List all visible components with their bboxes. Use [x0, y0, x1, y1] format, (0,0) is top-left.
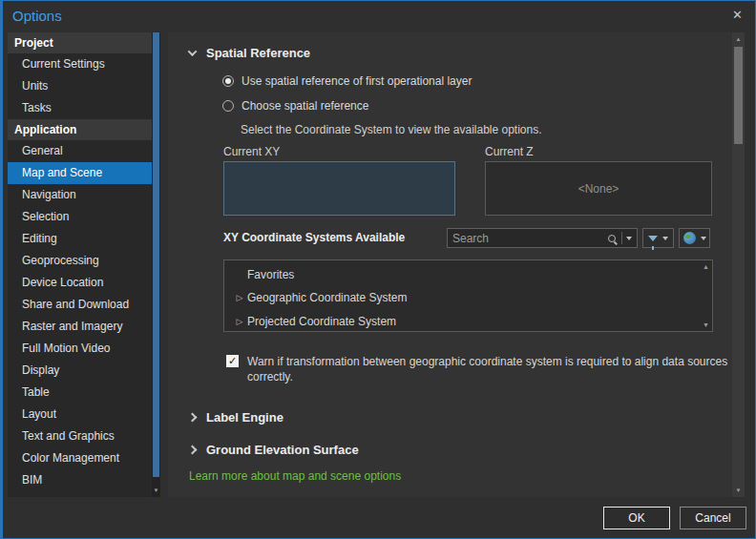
current-z-label: Current Z [485, 145, 534, 158]
sidebar-item-geoprocessing[interactable]: Geoprocessing [8, 250, 152, 272]
expand-icon[interactable]: ▷ [232, 293, 247, 302]
search-input[interactable] [448, 232, 608, 245]
content-scrollbar-thumb[interactable] [734, 47, 743, 144]
spatial-reference-globe-button[interactable] [679, 228, 710, 248]
chevron-right-icon [188, 412, 198, 422]
current-xy-label: Current XY [223, 145, 280, 158]
list-item-projected-coordinate-system[interactable]: ▷ Projected Coordinate System [224, 310, 712, 333]
sidebar-item-editing[interactable]: Editing [8, 228, 152, 250]
title-bar: Options ✕ [0, 0, 756, 32]
cancel-button[interactable]: Cancel [680, 507, 746, 529]
sidebar-item-general[interactable]: General [8, 140, 152, 162]
content-scrollbar[interactable]: ▲ ▼ [732, 32, 745, 497]
chevron-right-icon [188, 445, 198, 454]
close-icon[interactable]: ✕ [732, 8, 743, 22]
sidebar-scroll-down-icon[interactable]: ▼ [152, 484, 160, 497]
sidebar-section-application: Application [8, 119, 152, 140]
xy-systems-available-label: XY Coordinate Systems Available [223, 228, 405, 248]
search-divider [621, 232, 622, 244]
sidebar-item-bim[interactable]: BIM [8, 469, 152, 491]
filter-funnel-icon [648, 236, 658, 241]
options-dialog: Options ✕ Project Current Settings Units… [0, 0, 756, 539]
window-title: Options [12, 8, 62, 24]
content-scroll-down-icon[interactable]: ▼ [732, 484, 745, 497]
radio-first-operational-layer[interactable]: Use spatial reference of first operation… [222, 74, 472, 88]
sidebar-item-raster-and-imagery[interactable]: Raster and Imagery [8, 316, 152, 338]
sidebar-item-text-and-graphics[interactable]: Text and Graphics [8, 425, 152, 447]
check-icon: ✓ [228, 356, 237, 366]
sidebar-item-share-and-download[interactable]: Share and Download [8, 294, 152, 316]
list-scroll-down-icon[interactable]: ▼ [703, 321, 709, 328]
content-scroll-up-icon[interactable]: ▲ [732, 32, 745, 46]
current-z-value: <None> [578, 182, 620, 196]
globe-icon [683, 232, 696, 244]
search-dropdown-icon[interactable] [626, 237, 632, 240]
section-title-ground-elevation: Ground Elevation Surface [206, 443, 359, 457]
radio-first-operational-layer-label: Use spatial reference of first operation… [242, 74, 472, 88]
sidebar-item-color-management[interactable]: Color Management [8, 447, 152, 469]
sidebar-item-display[interactable]: Display [8, 360, 152, 382]
list-item-favorites[interactable]: Favorites [224, 263, 712, 286]
sidebar-scrollbar[interactable]: ▼ [152, 32, 160, 497]
section-spatial-reference[interactable]: Spatial Reference [189, 44, 310, 61]
chevron-down-icon [188, 47, 198, 56]
radio-choose-spatial-reference-label: Choose spatial reference [242, 99, 368, 113]
current-xy-box [223, 161, 455, 216]
list-item-favorites-label: Favorites [247, 268, 294, 281]
section-title-spatial-reference: Spatial Reference [206, 46, 310, 60]
radio-unselected-icon [222, 100, 234, 112]
warn-checkbox-row: ✓ Warn if transformation between geograp… [226, 354, 746, 384]
sidebar: Project Current Settings Units Tasks App… [8, 32, 152, 497]
sidebar-item-layout[interactable]: Layout [8, 404, 152, 425]
search-icon [608, 235, 616, 242]
section-ground-elevation-surface[interactable]: Ground Elevation Surface [189, 441, 359, 458]
sidebar-item-current-settings[interactable]: Current Settings [8, 53, 152, 75]
sidebar-section-project: Project [8, 32, 152, 53]
radio-selected-icon [222, 75, 234, 87]
list-item-projected-label: Projected Coordinate System [247, 315, 396, 328]
warn-checkbox[interactable]: ✓ [226, 355, 239, 367]
list-scroll-up-icon[interactable]: ▲ [703, 263, 709, 270]
sidebar-item-map-and-scene[interactable]: Map and Scene [8, 162, 152, 184]
filter-dropdown-icon [662, 237, 668, 240]
ok-button[interactable]: OK [603, 507, 670, 529]
sidebar-item-selection[interactable]: Selection [8, 206, 152, 228]
radio-choose-spatial-reference[interactable]: Choose spatial reference [222, 99, 368, 113]
section-label-engine[interactable]: Label Engine [189, 408, 284, 425]
list-item-geographic-label: Geographic Coordinate System [247, 291, 407, 304]
learn-more-link[interactable]: Learn more about map and scene options [189, 469, 401, 483]
sidebar-item-device-location[interactable]: Device Location [8, 272, 152, 294]
coordinate-systems-list: Favorites ▷ Geographic Coordinate System… [223, 259, 713, 332]
filter-button[interactable] [642, 228, 674, 248]
sidebar-item-table[interactable]: Table [8, 382, 152, 404]
content-panel: Spatial Reference Use spatial reference … [168, 32, 745, 497]
sidebar-scrollbar-thumb[interactable] [153, 32, 159, 477]
list-item-geographic-coordinate-system[interactable]: ▷ Geographic Coordinate System [224, 286, 712, 309]
globe-dropdown-icon [701, 237, 706, 240]
sidebar-item-tasks[interactable]: Tasks [8, 97, 152, 119]
expand-icon[interactable]: ▷ [232, 317, 247, 326]
search-box[interactable] [447, 228, 638, 248]
sidebar-item-units[interactable]: Units [8, 75, 152, 97]
warn-checkbox-label: Warn if transformation between geographi… [247, 354, 744, 384]
sidebar-item-full-motion-video[interactable]: Full Motion Video [8, 338, 152, 360]
section-title-label-engine: Label Engine [206, 410, 284, 425]
coordinate-system-hint: Select the Coordinate System to view the… [241, 123, 542, 136]
current-z-box: <None> [485, 161, 712, 216]
sidebar-item-navigation[interactable]: Navigation [8, 184, 152, 206]
